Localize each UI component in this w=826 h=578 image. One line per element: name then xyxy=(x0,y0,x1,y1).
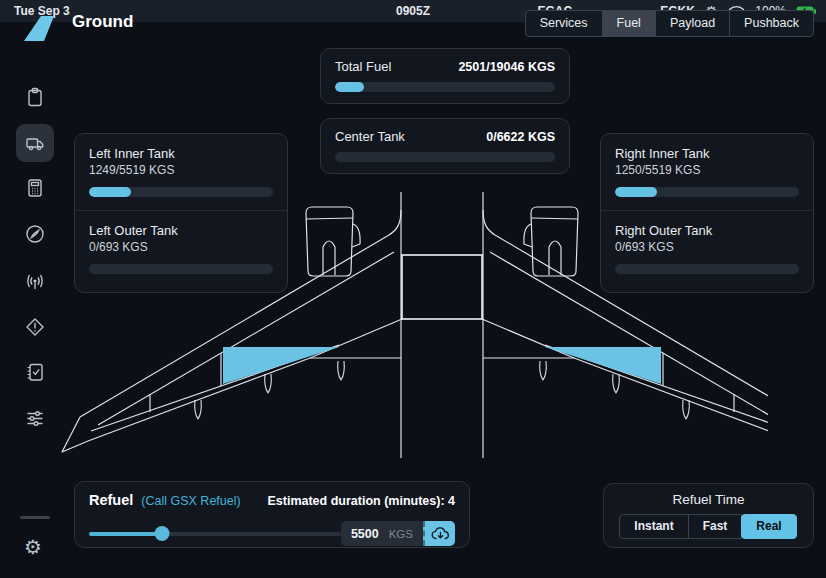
page-title: Ground xyxy=(72,12,133,32)
refuel-card: Refuel (Call GSX Refuel) Estimated durat… xyxy=(74,481,470,548)
tab-fuel[interactable]: Fuel xyxy=(602,10,656,37)
app-logo xyxy=(24,16,54,45)
truck-icon xyxy=(24,132,46,154)
right-inner-tank-value: 1250/5519 KGS xyxy=(615,163,799,177)
warning-diamond-icon xyxy=(24,316,46,338)
refuel-amount-unit: KGS xyxy=(389,528,413,540)
cloud-download-icon xyxy=(431,526,450,541)
tab-services[interactable]: Services xyxy=(525,10,603,37)
total-fuel-value: 2501/19046 KGS xyxy=(458,60,555,74)
aircraft-fuel-diagram xyxy=(58,184,768,468)
sidebar-item-clipboard[interactable] xyxy=(24,86,46,108)
tab-payload[interactable]: Payload xyxy=(655,10,730,37)
left-inner-tank-value: 1249/5519 KGS xyxy=(89,163,273,177)
right-inner-tank-label: Right Inner Tank xyxy=(615,146,799,161)
refuel-amount-input[interactable]: 5500 KGS xyxy=(341,521,423,546)
refuel-amount-group: 5500 KGS xyxy=(341,521,455,546)
sidebar-settings-gear-icon[interactable]: ⚙ xyxy=(24,536,42,558)
call-gsx-refuel-link[interactable]: (Call GSX Refuel) xyxy=(141,494,240,508)
checklist-icon xyxy=(24,361,46,383)
refuel-time-fast-button[interactable]: Fast xyxy=(688,514,743,539)
left-inner-tank-label: Left Inner Tank xyxy=(89,146,273,161)
refuel-time-instant-button[interactable]: Instant xyxy=(619,514,688,539)
sidebar-item-settings-sliders[interactable] xyxy=(24,407,46,429)
center-tank-label: Center Tank xyxy=(335,129,405,144)
refuel-time-card: Refuel Time Instant Fast Real xyxy=(603,483,814,548)
broadcast-icon xyxy=(24,270,46,292)
start-refuel-button[interactable] xyxy=(423,521,455,546)
efb-fuel-page: Tue Sep 3 0905Z EGAC EGKK ⚙ 100% xyxy=(0,0,826,578)
tab-pushback[interactable]: Pushback xyxy=(729,10,814,37)
center-tank-box xyxy=(402,255,482,319)
refuel-time-title: Refuel Time xyxy=(604,492,813,507)
refuel-time-real-button[interactable]: Real xyxy=(741,514,796,539)
refuel-title: Refuel xyxy=(89,492,133,508)
slider-fill xyxy=(89,532,162,536)
sidebar-item-ground-services[interactable] xyxy=(24,132,46,154)
compass-icon xyxy=(24,223,46,245)
sidebar-item-radio[interactable] xyxy=(24,270,46,292)
total-fuel-card: Total Fuel 2501/19046 KGS xyxy=(320,48,570,104)
clipboard-icon xyxy=(24,86,46,108)
refuel-amount-value: 5500 xyxy=(351,527,379,541)
sidebar-item-calculator[interactable] xyxy=(24,177,46,199)
sidebar-item-checklist[interactable] xyxy=(24,361,46,383)
sidebar-item-warnings[interactable] xyxy=(24,316,46,338)
refuel-amount-slider[interactable] xyxy=(89,526,341,541)
center-tank-card: Center Tank 0/6622 KGS xyxy=(320,118,570,174)
center-tank-value: 0/6622 KGS xyxy=(486,130,555,144)
sliders-icon xyxy=(24,407,46,429)
refuel-time-options: Instant Fast Real xyxy=(604,514,813,539)
calculator-icon xyxy=(24,177,46,199)
total-fuel-label: Total Fuel xyxy=(335,59,391,74)
center-tank-bar xyxy=(335,152,555,162)
slider-thumb[interactable] xyxy=(155,526,170,541)
ground-tabs: Services Fuel Payload Pushback xyxy=(526,10,814,37)
total-fuel-bar xyxy=(335,82,555,92)
sidebar-item-compass[interactable] xyxy=(24,223,46,245)
estimated-duration-label: Estimated duration (minutes): 4 xyxy=(267,494,455,508)
sidebar-divider xyxy=(20,516,50,519)
